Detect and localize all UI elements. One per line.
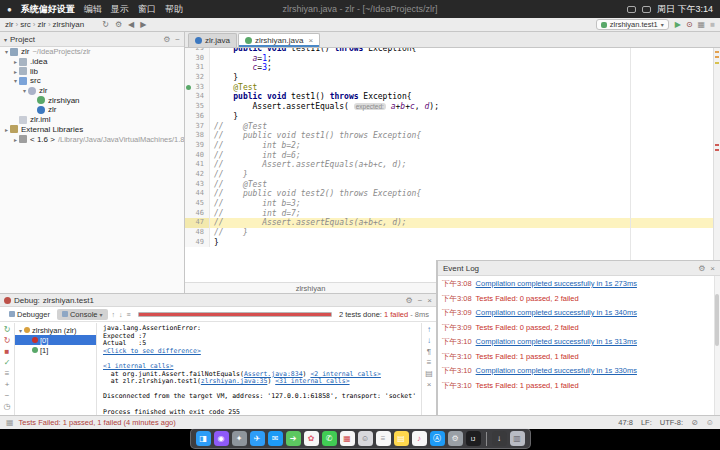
run-configuration-select[interactable]: zlrshiyan.test1 ▾ xyxy=(596,19,669,30)
debug-header[interactable]: Debug: zlrshiyan.test1 ⚙−× xyxy=(0,294,436,307)
forward-icon[interactable]: ▶ xyxy=(140,20,146,29)
tree-expand-icon[interactable]: ▾ xyxy=(12,77,19,84)
sync-icon[interactable]: ↻ xyxy=(102,20,109,29)
code-line[interactable]: 36 } xyxy=(185,112,713,122)
editor-scrollbar[interactable] xyxy=(713,48,720,260)
event-message[interactable]: Compilation completed successfully in 1s… xyxy=(476,366,637,375)
debug-tab-console[interactable]: Console▾ xyxy=(57,309,108,320)
code-line[interactable]: 47// Assert.assertEquals(a+b+c, d); xyxy=(185,218,713,228)
toolwindow-toggle-icon[interactable]: ▦ xyxy=(6,418,14,427)
debug-icon[interactable]: ⊙ xyxy=(686,20,693,29)
menubar-menu[interactable]: 帮助 xyxy=(165,3,183,16)
dock-safari-icon[interactable]: ✈ xyxy=(250,431,265,446)
code-editor[interactable]: 29 public void test11() throws Exception… xyxy=(185,48,713,260)
tree-expand-icon[interactable]: ▸ xyxy=(12,68,19,75)
dock-itunes-icon[interactable]: ♪ xyxy=(412,431,427,446)
dock-facetime-icon[interactable]: ✆ xyxy=(322,431,337,446)
status-item[interactable]: LF: xyxy=(641,418,652,427)
code-line[interactable]: 31 c=3; xyxy=(185,63,713,73)
dock-system-preferences-icon[interactable]: ⚙ xyxy=(448,431,463,446)
code-line[interactable]: 38// public void test1() throws Exceptio… xyxy=(185,131,713,141)
rerun-failed-icon[interactable]: ↻ xyxy=(4,336,11,345)
scrollbar-thumb[interactable] xyxy=(715,294,719,346)
code-line[interactable]: 39// int b=2; xyxy=(185,141,713,151)
code-line[interactable]: 49} xyxy=(185,238,713,248)
tree-expand-icon[interactable]: ▸ xyxy=(12,58,19,65)
code-line[interactable]: 48// } xyxy=(185,228,713,238)
test-tree-item[interactable]: [1] xyxy=(15,345,96,355)
collapse-all-icon[interactable]: − xyxy=(5,391,10,400)
settings-icon[interactable]: ⚙ xyxy=(115,20,122,29)
event-message[interactable]: Compilation completed successfully in 1s… xyxy=(476,337,637,346)
back-icon[interactable]: ◀ xyxy=(128,20,134,29)
battery-icon[interactable] xyxy=(642,6,651,13)
menubar-menu[interactable]: 显示 xyxy=(111,3,129,16)
breadcrumb-item[interactable]: zlr xyxy=(5,20,13,29)
print-icon[interactable]: ▤ xyxy=(425,369,433,378)
event-log-entry[interactable]: 下午3:10Tests Failed: 1 passed, 1 failed xyxy=(438,349,714,364)
menubar-app-name[interactable]: 系统偏好设置 xyxy=(21,3,75,16)
breadcrumb-item[interactable]: zlr xyxy=(37,20,45,29)
scroll-to-end-icon[interactable]: ≡ xyxy=(427,358,432,367)
project-tree-item[interactable]: ▾zlr~/IdeaProjects/zlr xyxy=(0,47,184,57)
code-line[interactable]: 43// @Test xyxy=(185,180,713,190)
event-log-entry[interactable]: 下午3:08Tests Failed: 0 passed, 2 failed xyxy=(438,291,714,306)
clear-all-icon[interactable]: × xyxy=(427,380,432,389)
project-tree-item[interactable]: ▸.idea xyxy=(0,57,184,67)
close-icon[interactable]: × xyxy=(710,264,715,273)
rerun-icon[interactable]: ↻ xyxy=(4,325,11,334)
history-icon[interactable]: ◷ xyxy=(4,402,11,411)
lock-icon[interactable]: ⊘ xyxy=(691,418,698,427)
minimize-icon[interactable]: − xyxy=(418,296,423,305)
scroll-down-icon[interactable]: ↓ xyxy=(119,311,123,318)
event-log-entry[interactable]: 下午3:08Compilation completed successfully… xyxy=(438,276,714,291)
tree-expand-icon[interactable]: ▾ xyxy=(17,327,24,334)
settings-icon[interactable]: ⚙ xyxy=(163,35,170,44)
input-source-icon[interactable] xyxy=(627,6,636,13)
dock-contacts-icon[interactable]: ☺ xyxy=(358,431,373,446)
project-tree-item[interactable]: zlr xyxy=(0,105,184,115)
scroll-up-icon[interactable]: ↑ xyxy=(112,311,116,318)
up-the-stack-trace-icon[interactable]: ↑ xyxy=(427,325,431,334)
run-icon[interactable]: ▶ xyxy=(675,20,681,29)
project-panel-header[interactable]: ▾ Project ⚙− xyxy=(0,32,184,47)
status-item[interactable]: UTF-8: xyxy=(660,418,683,427)
menubar-clock[interactable]: 周日 下午3:14 xyxy=(657,3,713,16)
event-log-entry[interactable]: 下午3:10Tests Failed: 1 passed, 1 failed xyxy=(438,378,714,393)
close-icon[interactable]: × xyxy=(427,296,432,305)
event-log-scrollbar[interactable] xyxy=(714,276,720,415)
breadcrumb-item[interactable]: src xyxy=(20,20,31,29)
event-log-entry[interactable]: 下午3:10Compilation completed successfully… xyxy=(438,363,714,378)
coverage-icon[interactable]: ▦ xyxy=(698,20,706,29)
code-line[interactable]: 35 Assert.assertEquals( expected: a+b+c,… xyxy=(185,102,713,112)
close-tab-icon[interactable]: × xyxy=(308,36,313,45)
project-tree-item[interactable]: ▸< 1.6 >/Library/Java/JavaVirtualMachine… xyxy=(0,134,184,144)
run-test-gutter-icon[interactable] xyxy=(186,85,191,90)
project-tree-item[interactable]: zlrshiyan xyxy=(0,95,184,105)
event-log-entry[interactable]: 下午3:09Tests Failed: 0 passed, 2 failed xyxy=(438,320,714,335)
dock-appstore-icon[interactable]: Ⓐ xyxy=(430,431,445,446)
code-line[interactable]: 34 public void test1() throws Exception{ xyxy=(185,92,713,102)
code-line[interactable]: 45// int b=3; xyxy=(185,199,713,209)
dock-finder-icon[interactable]: ◨ xyxy=(196,431,211,446)
project-tree-item[interactable]: ▸lib xyxy=(0,66,184,76)
code-line[interactable]: 30 a=1; xyxy=(185,54,713,64)
dock-intellij-idea-icon[interactable]: IJ xyxy=(466,431,481,446)
settings-icon[interactable]: ⚙ xyxy=(405,296,412,305)
breadcrumb-class-label[interactable]: zlrshiyan xyxy=(296,284,326,293)
tree-expand-icon[interactable]: ▸ xyxy=(3,126,10,133)
test-tree-item[interactable]: ▾zlrshiyan (zlr) xyxy=(15,325,96,335)
event-message[interactable]: Compilation completed successfully in 1s… xyxy=(476,308,637,317)
expand-all-icon[interactable]: + xyxy=(5,380,10,389)
menubar-menu[interactable]: 编辑 xyxy=(84,3,102,16)
event-log-entry[interactable]: 下午3:10Compilation completed successfully… xyxy=(438,334,714,349)
console-link[interactable]: zlrshiyan.java:35 xyxy=(201,377,268,385)
editor-tab[interactable]: zlr.java xyxy=(188,33,237,47)
dock-notes-icon[interactable]: ▤ xyxy=(394,431,409,446)
event-message[interactable]: Compilation completed successfully in 1s… xyxy=(476,279,637,288)
down-the-stack-trace-icon[interactable]: ↓ xyxy=(427,336,431,345)
breadcrumb-item[interactable]: zlrshiyan xyxy=(53,20,85,29)
dock-launchpad-icon[interactable]: ✦ xyxy=(232,431,247,446)
project-tree-item[interactable]: ▾zlr xyxy=(0,86,184,96)
project-tree-item[interactable]: zlr.iml xyxy=(0,115,184,125)
